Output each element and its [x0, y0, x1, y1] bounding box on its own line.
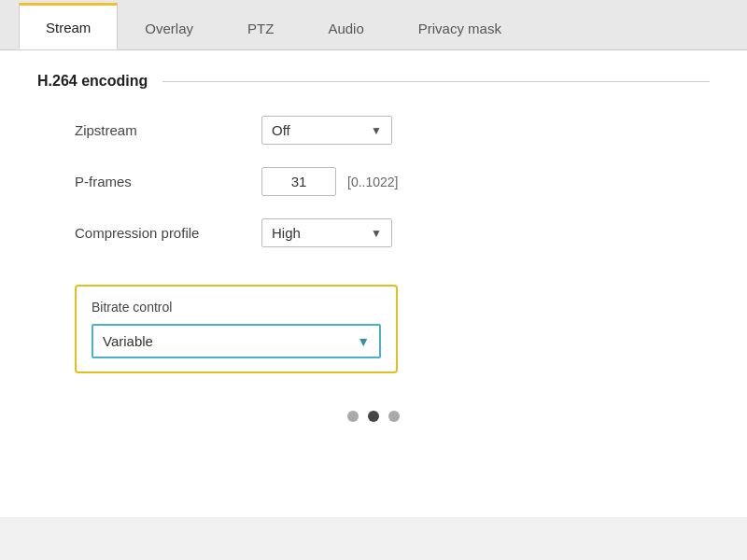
tab-bar: Stream Overlay PTZ Audio Privacy mask	[0, 0, 747, 50]
compression-profile-row: Compression profile High ▼	[75, 218, 710, 247]
bitrate-control-dropdown[interactable]: Variable ▼	[92, 324, 381, 358]
zipstream-row: Zipstream Off ▼	[75, 116, 710, 145]
pagination	[37, 411, 710, 422]
bitrate-control-value: Variable	[103, 333, 153, 349]
tab-overlay[interactable]: Overlay	[118, 7, 220, 49]
pframes-row: P-frames [0..1022]	[75, 167, 710, 196]
pagination-dot-1[interactable]	[347, 411, 359, 422]
compression-profile-value: High	[272, 225, 301, 241]
bitrate-control-section: Bitrate control Variable ▼	[75, 285, 398, 373]
bitrate-control-label: Bitrate control	[92, 300, 381, 315]
pframes-input[interactable]	[261, 167, 336, 196]
pagination-dot-3[interactable]	[388, 411, 400, 422]
pagination-dot-2[interactable]	[368, 411, 379, 422]
zipstream-dropdown[interactable]: Off ▼	[261, 116, 392, 145]
zipstream-label: Zipstream	[75, 122, 261, 138]
zipstream-arrow-icon: ▼	[371, 124, 382, 137]
tab-privacy-mask[interactable]: Privacy mask	[391, 7, 529, 49]
section-title: H.264 encoding	[37, 73, 710, 90]
main-content: H.264 encoding Zipstream Off ▼ P-frames …	[0, 50, 747, 517]
pframes-label: P-frames	[75, 174, 261, 189]
zipstream-value: Off	[272, 122, 290, 138]
pframes-range: [0..1022]	[347, 175, 399, 189]
tab-audio[interactable]: Audio	[301, 7, 390, 49]
tab-stream[interactable]: Stream	[19, 3, 118, 49]
compression-profile-arrow-icon: ▼	[371, 227, 382, 240]
compression-profile-dropdown[interactable]: High ▼	[261, 218, 392, 247]
tab-ptz[interactable]: PTZ	[220, 7, 301, 49]
bitrate-control-arrow-icon: ▼	[357, 334, 370, 349]
compression-profile-label: Compression profile	[75, 225, 261, 241]
